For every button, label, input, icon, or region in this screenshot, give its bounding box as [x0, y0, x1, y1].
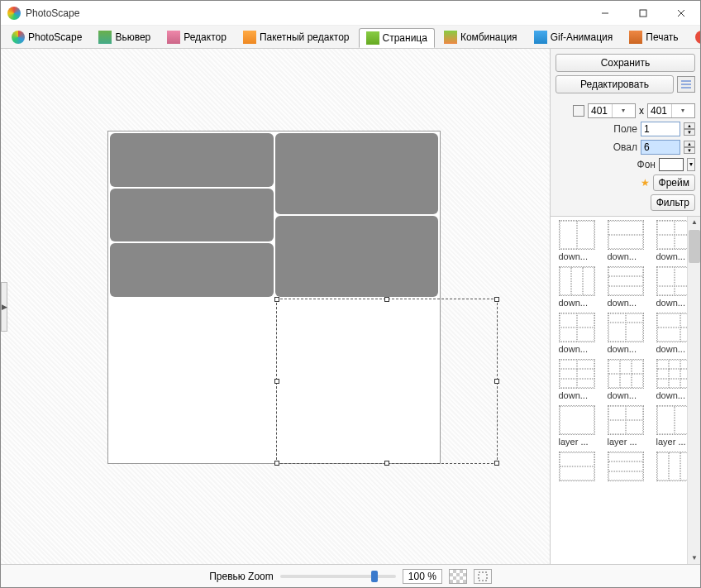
template-item[interactable]: down... — [554, 313, 599, 354]
template-label: down... — [559, 251, 595, 261]
resize-handle-bm[interactable] — [384, 461, 389, 466]
resize-handle-tl[interactable] — [274, 297, 279, 302]
collage-cell-3[interactable] — [110, 189, 274, 242]
filter-button[interactable]: Фильтр — [651, 194, 695, 211]
template-item[interactable] — [554, 452, 599, 483]
selection-box[interactable] — [276, 299, 498, 464]
template-item[interactable] — [603, 452, 648, 483]
left-panel-toggle[interactable]: ▶ — [1, 282, 7, 332]
statusbar: Превью Zoom 100 % — [1, 564, 700, 587]
app-icon — [7, 7, 21, 20]
editor-icon — [167, 31, 180, 44]
resize-handle-mr[interactable] — [494, 379, 499, 384]
bg-label: Фон — [637, 159, 656, 170]
template-item[interactable]: down... — [603, 359, 648, 400]
titlebar: PhotoScape — [1, 1, 700, 26]
svg-rect-7 — [479, 572, 487, 581]
template-label: down... — [608, 390, 644, 400]
oval-label: Овал — [613, 141, 637, 153]
scrollbar-thumb[interactable] — [689, 230, 700, 263]
width-input[interactable]: 401▾ — [588, 103, 636, 118]
transparency-icon[interactable] — [449, 569, 467, 584]
template-label: down... — [559, 344, 595, 354]
tabbar: PhotoScape Вьювер Редактор Пакетный реда… — [1, 26, 700, 49]
margin-spinner[interactable]: ▲▼ — [684, 122, 695, 136]
template-item[interactable]: down... — [554, 359, 599, 400]
batch-icon — [243, 31, 256, 44]
edit-button[interactable]: Редактировать — [556, 75, 674, 93]
close-button[interactable] — [662, 1, 700, 26]
scroll-up-arrow[interactable]: ▲ — [689, 217, 700, 228]
right-panel: Сохранить Редактировать 401▾ x 401▾ Поле… — [550, 49, 700, 564]
margin-label: Поле — [613, 123, 637, 135]
canvas-area[interactable]: ▶ — [1, 49, 550, 564]
scrollbar[interactable]: ▲ ▼ — [687, 217, 700, 564]
template-label: layer ... — [559, 437, 595, 447]
tab-print[interactable]: Печать — [622, 27, 685, 47]
resize-handle-bl[interactable] — [274, 461, 279, 466]
collage-cell-5[interactable] — [110, 243, 274, 297]
tab-combine[interactable]: Комбинация — [436, 27, 525, 47]
resize-handle-tr[interactable] — [494, 297, 499, 302]
tab-editor[interactable]: Редактор — [160, 27, 234, 47]
bg-color-swatch[interactable] — [659, 158, 684, 171]
bg-color-dropdown[interactable]: ▾ — [687, 158, 695, 171]
tab-help[interactable]: Помощь — [688, 27, 701, 47]
viewer-icon — [98, 31, 112, 44]
save-button[interactable]: Сохранить — [556, 54, 695, 72]
tab-photoscape[interactable]: PhotoScape — [4, 27, 89, 47]
resize-handle-tm[interactable] — [384, 297, 389, 302]
template-item[interactable]: down... — [554, 220, 599, 261]
zoom-value: 100 % — [403, 569, 442, 584]
photoscape-icon — [12, 31, 25, 44]
template-item[interactable]: down... — [603, 313, 648, 354]
resize-handle-br[interactable] — [494, 461, 499, 466]
maximize-button[interactable] — [624, 1, 662, 26]
chevron-down-icon[interactable]: ▾ — [612, 104, 636, 117]
tab-batch-editor[interactable]: Пакетный редактор — [236, 27, 357, 47]
template-item[interactable]: down... — [554, 266, 599, 308]
help-icon — [695, 31, 701, 44]
resize-handle-ml[interactable] — [274, 379, 279, 384]
template-item[interactable]: down... — [603, 266, 648, 308]
page-icon — [366, 31, 379, 45]
window-title: PhotoScape — [26, 7, 586, 19]
collage-cell-1[interactable] — [110, 133, 274, 187]
svg-rect-1 — [640, 10, 646, 17]
combine-icon — [444, 31, 457, 44]
template-list[interactable]: down...down...down...down...down...down.… — [551, 216, 700, 564]
chevron-down-icon[interactable]: ▾ — [671, 104, 695, 117]
tab-viewer[interactable]: Вьювер — [91, 27, 158, 47]
layout-options-icon[interactable] — [677, 76, 695, 93]
print-icon — [629, 31, 642, 44]
gif-icon — [534, 31, 547, 44]
aspect-lock-icon[interactable] — [573, 105, 584, 117]
template-label: down... — [559, 298, 595, 308]
template-item[interactable]: layer ... — [603, 405, 648, 447]
template-label: down... — [608, 298, 644, 308]
zoom-label: Превью Zoom — [209, 571, 274, 582]
template-label: down... — [559, 390, 595, 400]
oval-spinner[interactable]: ▲▼ — [684, 141, 695, 154]
star-icon: ★ — [641, 177, 650, 189]
template-label: down... — [608, 251, 644, 261]
minimize-button[interactable] — [586, 1, 624, 26]
template-item[interactable]: layer ... — [554, 405, 599, 447]
template-item[interactable]: down... — [603, 220, 648, 261]
scroll-down-arrow[interactable]: ▼ — [689, 552, 700, 564]
zoom-slider-thumb[interactable] — [371, 571, 378, 582]
template-label: layer ... — [608, 437, 644, 447]
template-label: down... — [608, 344, 644, 354]
tab-page[interactable]: Страница — [359, 28, 435, 48]
zoom-slider[interactable] — [280, 575, 396, 578]
fullscreen-icon[interactable] — [474, 569, 492, 584]
tab-gif[interactable]: Gif-Анимация — [527, 27, 621, 47]
dim-separator: x — [639, 105, 644, 117]
height-input[interactable]: 401▾ — [647, 103, 695, 118]
frame-button[interactable]: Фрейм — [653, 174, 695, 191]
collage-cell-2[interactable] — [275, 133, 439, 214]
margin-input[interactable] — [641, 122, 680, 136]
collage-cell-4[interactable] — [275, 216, 439, 297]
oval-input[interactable] — [641, 140, 680, 155]
